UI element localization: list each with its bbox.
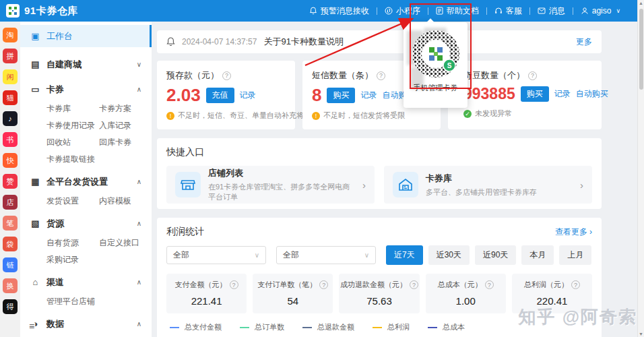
quick-card-coupon-库[interactable]: 卡券库 多平台、多店铺共用管理卡券库存 › bbox=[384, 166, 592, 204]
platform-icon-note[interactable]: 笔 bbox=[3, 216, 18, 231]
legend-dash bbox=[170, 327, 179, 328]
notice-more-link[interactable]: 更多 bbox=[576, 36, 592, 48]
help-icon[interactable]: ? bbox=[319, 280, 328, 289]
legend-total-pay[interactable]: 总支付金额 bbox=[170, 322, 222, 332]
help-icon[interactable]: ? bbox=[222, 71, 231, 80]
bean-card-title: 奇豆数量（个） bbox=[463, 69, 525, 82]
sidebar-group-shipping[interactable]: ▦ 全平台发货设置 ∧ bbox=[20, 171, 152, 193]
recharge-button[interactable]: 充值 bbox=[206, 88, 234, 103]
sidebar-group-data[interactable]: ◑ 数据 ∧ bbox=[20, 313, 152, 335]
tab-last-90-days[interactable]: 近90天 bbox=[475, 245, 516, 265]
sidebar-item-manage-shops[interactable]: 管理平台店铺 bbox=[46, 296, 95, 307]
scrollbar-down-arrow[interactable]: ▼ bbox=[638, 332, 644, 336]
sidebar-item-workbench[interactable]: ▣ 工作台 bbox=[20, 25, 152, 47]
alert-icon bbox=[309, 7, 317, 15]
sms-card-title: 短信数量（条） bbox=[312, 69, 373, 82]
notice-title[interactable]: 关于91卡种数量说明 bbox=[263, 36, 343, 48]
platform-icon-kuaishou[interactable]: 快 bbox=[3, 153, 18, 168]
filter-select-2[interactable]: 全部 ∨ bbox=[276, 246, 376, 264]
sidebar-item-coupon-方案[interactable]: 卡券方案 bbox=[99, 103, 152, 115]
help-icon[interactable]: ? bbox=[230, 280, 238, 289]
help-icon[interactable]: ? bbox=[485, 280, 494, 289]
view-more-link[interactable]: 查看更多 › bbox=[555, 226, 592, 238]
sidebar: ▣ 工作台 ▤ 自建商城 ∨ ▭ 卡券 ∧ 卡券库 卡券方案 卡券使用记录 入库… bbox=[20, 22, 152, 337]
sidebar-item-usage-records[interactable]: 卡券使用记录 bbox=[46, 120, 99, 131]
sms-records-link[interactable]: 记录 bbox=[360, 90, 377, 101]
nav-customer-service[interactable]: 客服 bbox=[487, 5, 529, 17]
platform-icon-taobao[interactable]: 淘 bbox=[3, 28, 18, 42]
bean-autobuy-link[interactable]: 自动购买 bbox=[576, 88, 608, 100]
app-title: 91卡券仓库 bbox=[24, 5, 78, 18]
legend-total-orders[interactable]: 总订单数 bbox=[240, 322, 284, 332]
legend-total-cost[interactable]: 总成本 bbox=[428, 322, 465, 332]
platform-icon-douyin[interactable]: ♪ bbox=[3, 111, 18, 126]
sidebar-item-purchase-records[interactable]: 采购记录 bbox=[46, 254, 99, 266]
sidebar-subrow: 卡券使用记录 入库记录 bbox=[20, 117, 152, 134]
bean-records-link[interactable]: 记录 bbox=[554, 88, 571, 100]
tab-last-month[interactable]: 上月 bbox=[559, 245, 591, 265]
nav-help-docs[interactable]: 帮助文档 bbox=[428, 5, 486, 17]
nav-help-label: 帮助文档 bbox=[447, 5, 479, 17]
help-icon[interactable]: ? bbox=[571, 280, 580, 289]
platform-icon-bag[interactable]: 袋 bbox=[3, 237, 18, 251]
sidebar-item-inbound-records[interactable]: 入库记录 bbox=[99, 120, 152, 131]
sidebar-group-label: 自建商城 bbox=[46, 59, 82, 71]
scrollbar[interactable]: ▲ ▼ bbox=[637, 0, 644, 337]
legend-total-profit[interactable]: 总利润 bbox=[373, 322, 410, 332]
tab-this-month[interactable]: 本月 bbox=[521, 245, 554, 265]
platform-icon-sync[interactable]: 换 bbox=[3, 278, 18, 293]
sidebar-group-coupon[interactable]: ▭ 卡券 ∧ bbox=[20, 78, 152, 100]
platform-icon-weidian[interactable]: 店 bbox=[3, 195, 18, 210]
platform-icon-xianyu[interactable]: 闲 bbox=[3, 69, 18, 84]
help-icon[interactable]: ? bbox=[377, 71, 385, 80]
sidebar-group-supply[interactable]: ▧ 货源 ∧ bbox=[20, 212, 152, 235]
platform-icon-dewu[interactable]: 得 bbox=[3, 299, 18, 314]
bean-card: 奇豆数量（个） ? 993885 购买 记录 自动购买 ✓ 未发现异常 bbox=[448, 61, 602, 129]
sidebar-item-recycle-bin[interactable]: 回收站 bbox=[46, 137, 99, 148]
quick-card-title: 店铺列表 bbox=[208, 167, 355, 179]
scrollbar-thumb[interactable] bbox=[639, 9, 643, 90]
shop-icon bbox=[175, 172, 201, 197]
quick-card-title: 卡券库 bbox=[426, 173, 537, 185]
sidebar-item-own-supply[interactable]: 自有货源 bbox=[46, 237, 99, 249]
platform-icon-pinduoduo[interactable]: 拼 bbox=[3, 49, 18, 63]
summary-cards-row: 预存款（元） ? 2.03 充值 记录 ! 不足时，短信、奇豆、单量自动补充将受… bbox=[157, 61, 602, 129]
sms-value: 8 bbox=[312, 86, 321, 104]
bean-buy-button[interactable]: 购买 bbox=[521, 86, 549, 102]
deposit-records-link[interactable]: 记录 bbox=[240, 90, 256, 101]
legend-dash bbox=[373, 327, 382, 328]
nav-username: agiso bbox=[592, 6, 612, 16]
quick-card-shop-list[interactable]: 店铺列表 在91卡券仓库管理淘宝、拼多多等全网电商平台订单 › bbox=[166, 166, 375, 204]
legend-total-refund[interactable]: 总退款金额 bbox=[302, 322, 354, 332]
scrollbar-up-arrow[interactable]: ▲ bbox=[638, 1, 644, 5]
nav-miniprogram[interactable]: 小程序 bbox=[377, 5, 428, 17]
platform-icon-link[interactable]: 链 bbox=[3, 257, 18, 272]
nav-user-menu[interactable]: agiso ∨ bbox=[573, 6, 628, 16]
nav-messages[interactable]: 消息 bbox=[530, 5, 573, 17]
sidebar-collapse-button[interactable]: ≡ bbox=[29, 321, 34, 332]
nav-alert-receive[interactable]: 预警消息接收 bbox=[302, 5, 377, 17]
stat-label: 支付订单数（笔） bbox=[257, 280, 317, 290]
sidebar-subrow: 卡券库 卡券方案 bbox=[20, 100, 152, 117]
tab-last-7-days[interactable]: 近7天 bbox=[386, 245, 423, 265]
help-icon[interactable]: ? bbox=[528, 71, 537, 80]
sidebar-item-ship-settings[interactable]: 发货设置 bbox=[46, 195, 99, 207]
filter-select-1[interactable]: 全部 ∨ bbox=[166, 246, 266, 264]
sidebar-item-returned-coupons[interactable]: 回库卡券 bbox=[99, 137, 152, 148]
sidebar-item-content-template[interactable]: 内容模板 bbox=[99, 195, 152, 207]
sidebar-item-custom-api[interactable]: 自定义接口 bbox=[99, 237, 152, 249]
notice-bar[interactable]: 2024-04-07 14:37:57 关于91卡种数量说明 更多 bbox=[157, 30, 602, 53]
sms-buy-button[interactable]: 购买 bbox=[327, 88, 355, 103]
platform-icon-xiaohongshu[interactable]: 书 bbox=[3, 132, 18, 147]
tab-last-30-days[interactable]: 近30天 bbox=[428, 245, 470, 265]
platform-icon-tmall[interactable]: 猫 bbox=[3, 90, 18, 105]
sidebar-group-channel[interactable]: ⌂ 渠道 ∧ bbox=[20, 271, 152, 293]
chevron-down-icon: ∨ bbox=[137, 61, 141, 68]
sidebar-item-coupon-库[interactable]: 卡券库 bbox=[46, 103, 99, 115]
sidebar-item-extract-link[interactable]: 卡券提取链接 bbox=[46, 154, 99, 165]
help-icon[interactable]: ? bbox=[410, 280, 418, 289]
bean-status-text: 未发现异常 bbox=[475, 109, 512, 119]
stat-value: 221.41 bbox=[166, 295, 247, 307]
sidebar-group-mall[interactable]: ▤ 自建商城 ∨ bbox=[20, 53, 152, 75]
platform-icon-diantao[interactable]: 赞 bbox=[3, 174, 18, 189]
